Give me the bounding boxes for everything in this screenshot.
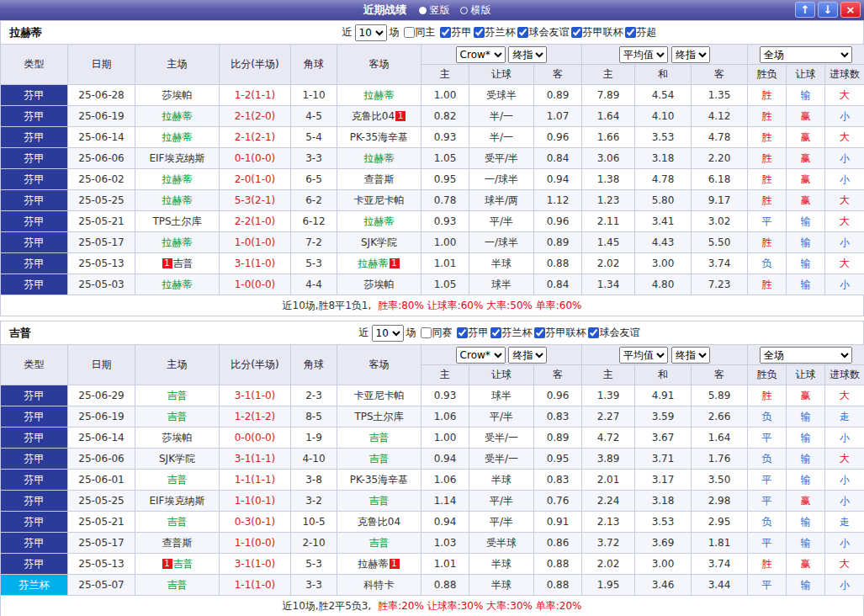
col-away: 客场 — [337, 345, 421, 385]
scroll-down-button[interactable]: ↓ — [818, 2, 838, 18]
date-cell: 25-06-19 — [68, 106, 135, 127]
same-venue-filter[interactable]: 同赛 — [421, 326, 453, 340]
asian-line-cell: 一/球半 — [469, 169, 534, 190]
euro-draw-odds-cell: 3.00 — [635, 253, 692, 274]
league-filter[interactable]: 芬兰杯 — [474, 25, 516, 40]
euro-away-odds-cell: 3.44 — [692, 575, 748, 596]
league-checkbox[interactable] — [457, 327, 468, 338]
league-checkbox[interactable] — [534, 327, 545, 338]
euro-home-odds-cell: 2.11 — [582, 211, 635, 232]
home-team-cell: 拉赫蒂 — [135, 274, 220, 295]
close-button[interactable]: × — [840, 2, 861, 18]
col-asian-home: 主 — [421, 65, 469, 85]
league-checkbox[interactable] — [571, 27, 582, 38]
euro-draw-odds-cell: 4.78 — [635, 169, 692, 190]
league-checkbox[interactable] — [440, 27, 451, 38]
home-team-cell: 拉赫蒂 — [135, 232, 220, 253]
home-team-cell: TPS土尔库 — [135, 211, 220, 232]
away-team-cell: 吉普 — [337, 449, 421, 470]
league-checkbox[interactable] — [490, 327, 501, 338]
euro-home-odds-cell: 2.02 — [582, 554, 635, 575]
asian-away-odds-cell: 0.84 — [534, 274, 582, 295]
date-cell: 25-06-06 — [68, 449, 135, 470]
col-goals-result: 进球数 — [825, 365, 864, 385]
league-filter[interactable]: 芬甲 — [440, 25, 472, 40]
asian-line-cell: 受半/一 — [469, 427, 534, 449]
goals-result-cell: 走 — [825, 512, 864, 533]
avg-source-select[interactable]: 平均值 — [619, 347, 668, 364]
match-row: 芬甲25-05-25EIF埃克纳斯1-1(0-1)3-2吉普1.14平/半0.7… — [1, 491, 864, 512]
summary-record: 近10场,胜8平1负1, — [283, 300, 372, 311]
odds-source-select[interactable]: Crow* — [456, 347, 506, 364]
team-name: 吉普 — [369, 537, 390, 549]
scroll-up-button[interactable]: ↑ — [795, 2, 815, 18]
avg-source-select[interactable]: 平均值 — [619, 46, 668, 63]
asian-line-cell: 半/一 — [469, 127, 534, 148]
radio-vertical-layout[interactable]: 竖版 — [419, 3, 450, 18]
team-name: 吉普 — [167, 474, 188, 486]
match-row: 芬甲25-06-19吉普1-2(1-2)8-5TPS土尔库1.06平/半0.83… — [1, 406, 864, 427]
scope-select[interactable]: 全场 — [760, 347, 852, 364]
same-venue-checkbox[interactable] — [404, 27, 415, 38]
odds-source-select[interactable]: Crow* — [456, 46, 506, 63]
corner-cell: 6-2 — [291, 190, 337, 211]
asian-away-odds-cell: 0.89 — [534, 427, 582, 449]
goals-result-cell: 大 — [825, 554, 864, 575]
asian-away-odds-cell: 0.76 — [534, 491, 582, 512]
away-team-cell: 吉普 — [337, 427, 421, 449]
avg-type-select[interactable]: 终指 — [671, 46, 710, 63]
result-cell: 胜 — [748, 106, 787, 127]
euro-away-odds-cell: 1.76 — [692, 449, 748, 470]
odds-group-1: Crow* 终指 — [421, 345, 582, 365]
score-cell: 1-0(1-0) — [220, 232, 291, 253]
league-cell: 芬甲 — [1, 148, 68, 169]
away-team-cell: 拉赫蒂 — [337, 148, 421, 169]
recent-count-select[interactable]: 10 — [355, 24, 387, 41]
col-date: 日期 — [68, 345, 135, 385]
team-name: 吉普 — [173, 258, 193, 269]
score-cell: 2-1(2-0) — [220, 106, 291, 127]
league-filter[interactable]: 芬甲联杯 — [534, 326, 586, 340]
handicap-result-cell: 输 — [787, 470, 825, 491]
home-team-cell: 拉赫蒂 — [135, 169, 220, 190]
asian-away-odds-cell: 0.89 — [534, 232, 582, 253]
handicap-result-cell: 输 — [787, 85, 825, 106]
home-team-cell: 1吉普 — [135, 554, 220, 575]
date-cell: 25-05-13 — [68, 554, 135, 575]
asian-line-cell: 一/球半 — [469, 232, 534, 253]
league-filter[interactable]: 芬超 — [625, 25, 657, 40]
asian-home-odds-cell: 1.06 — [421, 470, 469, 491]
odds-type-select[interactable]: 终指 — [508, 46, 547, 63]
handicap-result-cell: 输 — [787, 253, 825, 274]
score-cell: 3-1(1-0) — [220, 554, 291, 575]
league-filter[interactable]: 芬甲 — [457, 326, 489, 340]
league-filter[interactable]: 球会友谊 — [588, 326, 640, 340]
matches-table: 类型 日期 主场 比分(半场) 角球 客场 Crow* 终指 平均值 终指 全场 — [0, 344, 864, 596]
radio-horizontal-layout[interactable]: 横版 — [460, 3, 491, 18]
scope-select[interactable]: 全场 — [760, 46, 852, 63]
league-checkbox[interactable] — [517, 27, 528, 38]
home-team-cell: 吉普 — [135, 470, 220, 491]
league-filter[interactable]: 芬兰杯 — [490, 326, 533, 340]
date-cell: 25-05-21 — [68, 211, 135, 232]
league-checkbox[interactable] — [588, 327, 599, 338]
euro-away-odds-cell: 5.89 — [692, 385, 748, 406]
asian-line-cell: 半球 — [469, 554, 534, 575]
league-checkbox[interactable] — [625, 27, 636, 38]
handicap-result-cell: 赢 — [787, 190, 825, 211]
league-filter[interactable]: 球会友谊 — [517, 25, 570, 40]
handicap-result-cell: 输 — [787, 449, 825, 470]
odds-type-select[interactable]: 终指 — [508, 347, 547, 364]
recent-count-select[interactable]: 10 — [372, 325, 404, 342]
avg-type-select[interactable]: 终指 — [671, 347, 710, 364]
team-name: 拉赫蒂 — [364, 215, 395, 227]
league-filter[interactable]: 芬甲联杯 — [571, 25, 623, 40]
same-venue-filter[interactable]: 同主 — [404, 25, 436, 40]
date-cell: 25-06-01 — [68, 470, 135, 491]
red-card-badge: 1 — [162, 258, 172, 268]
away-team-cell: 拉赫蒂 — [337, 85, 421, 106]
euro-draw-odds-cell: 4.43 — [635, 232, 692, 253]
league-checkbox[interactable] — [474, 27, 485, 38]
matches-table: 类型 日期 主场 比分(半场) 角球 客场 Crow* 终指 平均值 终指 全场 — [0, 44, 864, 295]
same-venue-checkbox[interactable] — [421, 327, 432, 338]
